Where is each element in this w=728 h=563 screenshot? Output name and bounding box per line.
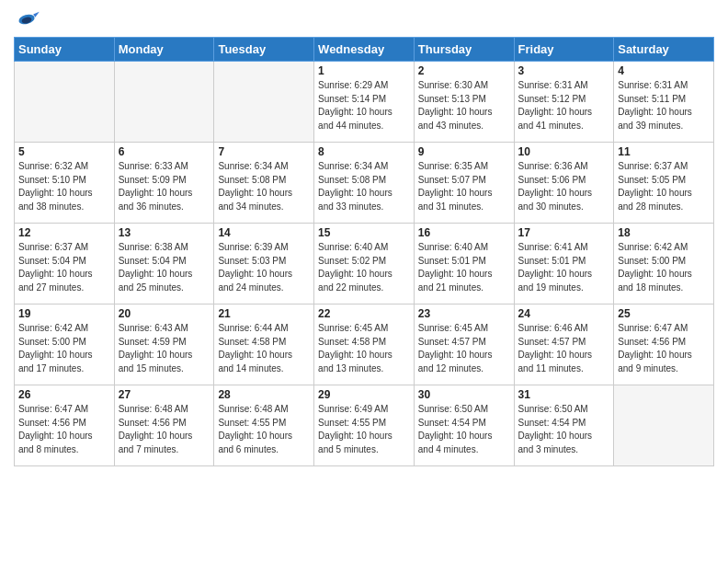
calendar-week-1: 1Sunrise: 6:29 AM Sunset: 5:14 PM Daylig… <box>15 62 714 143</box>
calendar-day: 29Sunrise: 6:49 AM Sunset: 4:55 PM Dayli… <box>314 385 415 466</box>
calendar-day: 6Sunrise: 6:33 AM Sunset: 5:09 PM Daylig… <box>114 143 214 224</box>
day-number: 2 <box>418 64 510 77</box>
calendar-week-2: 5Sunrise: 6:32 AM Sunset: 5:10 PM Daylig… <box>15 143 714 224</box>
calendar-day: 24Sunrise: 6:46 AM Sunset: 4:57 PM Dayli… <box>514 304 614 385</box>
day-info: Sunrise: 6:31 AM Sunset: 5:11 PM Dayligh… <box>618 79 710 132</box>
calendar-day <box>114 62 214 143</box>
day-info: Sunrise: 6:34 AM Sunset: 5:08 PM Dayligh… <box>218 160 310 213</box>
day-info: Sunrise: 6:36 AM Sunset: 5:06 PM Dayligh… <box>518 160 610 213</box>
day-info: Sunrise: 6:45 AM Sunset: 4:57 PM Dayligh… <box>418 322 510 375</box>
day-info: Sunrise: 6:50 AM Sunset: 4:54 PM Dayligh… <box>518 403 610 456</box>
calendar-day: 3Sunrise: 6:31 AM Sunset: 5:12 PM Daylig… <box>514 62 614 143</box>
calendar-day: 17Sunrise: 6:41 AM Sunset: 5:01 PM Dayli… <box>514 224 614 304</box>
day-info: Sunrise: 6:48 AM Sunset: 4:56 PM Dayligh… <box>119 403 210 456</box>
day-info: Sunrise: 6:46 AM Sunset: 4:57 PM Dayligh… <box>518 322 610 375</box>
day-info: Sunrise: 6:33 AM Sunset: 5:09 PM Dayligh… <box>119 160 210 213</box>
day-info: Sunrise: 6:39 AM Sunset: 5:03 PM Dayligh… <box>218 241 310 294</box>
calendar-day: 2Sunrise: 6:30 AM Sunset: 5:13 PM Daylig… <box>414 62 514 143</box>
calendar-week-4: 19Sunrise: 6:42 AM Sunset: 5:00 PM Dayli… <box>15 304 714 385</box>
calendar-day: 12Sunrise: 6:37 AM Sunset: 5:04 PM Dayli… <box>15 224 115 304</box>
day-info: Sunrise: 6:48 AM Sunset: 4:55 PM Dayligh… <box>218 403 310 456</box>
day-info: Sunrise: 6:30 AM Sunset: 5:13 PM Dayligh… <box>418 79 510 132</box>
day-info: Sunrise: 6:37 AM Sunset: 5:04 PM Dayligh… <box>18 241 110 294</box>
day-number: 11 <box>618 145 710 158</box>
day-info: Sunrise: 6:50 AM Sunset: 4:54 PM Dayligh… <box>418 403 510 456</box>
day-info: Sunrise: 6:32 AM Sunset: 5:10 PM Dayligh… <box>18 160 110 213</box>
calendar-day: 1Sunrise: 6:29 AM Sunset: 5:14 PM Daylig… <box>314 62 415 143</box>
calendar-day: 15Sunrise: 6:40 AM Sunset: 5:02 PM Dayli… <box>314 224 415 304</box>
calendar-day: 8Sunrise: 6:34 AM Sunset: 5:08 PM Daylig… <box>314 143 415 224</box>
day-info: Sunrise: 6:35 AM Sunset: 5:07 PM Dayligh… <box>418 160 510 213</box>
day-number: 26 <box>18 388 110 401</box>
day-info: Sunrise: 6:40 AM Sunset: 5:02 PM Dayligh… <box>318 241 410 294</box>
calendar-header-row: SundayMondayTuesdayWednesdayThursdayFrid… <box>15 38 714 62</box>
day-number: 28 <box>218 388 310 401</box>
column-header-thursday: Thursday <box>414 38 514 62</box>
day-number: 16 <box>418 226 510 239</box>
day-number: 1 <box>318 64 410 77</box>
day-info: Sunrise: 6:38 AM Sunset: 5:04 PM Dayligh… <box>119 241 210 294</box>
calendar-day: 10Sunrise: 6:36 AM Sunset: 5:06 PM Dayli… <box>514 143 614 224</box>
day-number: 10 <box>518 145 610 158</box>
column-header-saturday: Saturday <box>614 38 714 62</box>
column-header-wednesday: Wednesday <box>314 38 415 62</box>
calendar-day: 9Sunrise: 6:35 AM Sunset: 5:07 PM Daylig… <box>414 143 514 224</box>
logo-bird-icon <box>14 9 40 29</box>
calendar-day: 25Sunrise: 6:47 AM Sunset: 4:56 PM Dayli… <box>614 304 714 385</box>
day-number: 30 <box>418 388 510 401</box>
day-number: 31 <box>518 388 610 401</box>
day-number: 3 <box>518 64 610 77</box>
day-number: 8 <box>318 145 410 158</box>
day-info: Sunrise: 6:47 AM Sunset: 4:56 PM Dayligh… <box>18 403 110 456</box>
calendar-day <box>15 62 115 143</box>
calendar-day: 5Sunrise: 6:32 AM Sunset: 5:10 PM Daylig… <box>15 143 115 224</box>
day-info: Sunrise: 6:37 AM Sunset: 5:05 PM Dayligh… <box>618 160 710 213</box>
day-number: 13 <box>119 226 210 239</box>
calendar-day <box>214 62 314 143</box>
day-number: 7 <box>218 145 310 158</box>
calendar-day: 23Sunrise: 6:45 AM Sunset: 4:57 PM Dayli… <box>414 304 514 385</box>
day-info: Sunrise: 6:31 AM Sunset: 5:12 PM Dayligh… <box>518 79 610 132</box>
day-number: 27 <box>119 388 210 401</box>
day-number: 19 <box>18 307 110 320</box>
header <box>14 9 714 29</box>
day-info: Sunrise: 6:41 AM Sunset: 5:01 PM Dayligh… <box>518 241 610 294</box>
day-info: Sunrise: 6:29 AM Sunset: 5:14 PM Dayligh… <box>318 79 410 132</box>
day-number: 22 <box>318 307 410 320</box>
day-number: 25 <box>618 307 710 320</box>
calendar-day: 16Sunrise: 6:40 AM Sunset: 5:01 PM Dayli… <box>414 224 514 304</box>
day-number: 23 <box>418 307 510 320</box>
calendar-day: 21Sunrise: 6:44 AM Sunset: 4:58 PM Dayli… <box>214 304 314 385</box>
calendar-day: 27Sunrise: 6:48 AM Sunset: 4:56 PM Dayli… <box>114 385 214 466</box>
calendar-day: 4Sunrise: 6:31 AM Sunset: 5:11 PM Daylig… <box>614 62 714 143</box>
day-info: Sunrise: 6:42 AM Sunset: 5:00 PM Dayligh… <box>618 241 710 294</box>
calendar-day: 11Sunrise: 6:37 AM Sunset: 5:05 PM Dayli… <box>614 143 714 224</box>
calendar-day: 18Sunrise: 6:42 AM Sunset: 5:00 PM Dayli… <box>614 224 714 304</box>
day-number: 14 <box>218 226 310 239</box>
column-header-tuesday: Tuesday <box>214 38 314 62</box>
day-info: Sunrise: 6:44 AM Sunset: 4:58 PM Dayligh… <box>218 322 310 375</box>
calendar-day: 28Sunrise: 6:48 AM Sunset: 4:55 PM Dayli… <box>214 385 314 466</box>
day-info: Sunrise: 6:40 AM Sunset: 5:01 PM Dayligh… <box>418 241 510 294</box>
column-header-monday: Monday <box>114 38 214 62</box>
calendar-table: SundayMondayTuesdayWednesdayThursdayFrid… <box>14 37 714 466</box>
column-header-sunday: Sunday <box>15 38 115 62</box>
day-number: 15 <box>318 226 410 239</box>
calendar-day: 14Sunrise: 6:39 AM Sunset: 5:03 PM Dayli… <box>214 224 314 304</box>
calendar-day: 31Sunrise: 6:50 AM Sunset: 4:54 PM Dayli… <box>514 385 614 466</box>
day-info: Sunrise: 6:43 AM Sunset: 4:59 PM Dayligh… <box>119 322 210 375</box>
day-number: 18 <box>618 226 710 239</box>
day-info: Sunrise: 6:34 AM Sunset: 5:08 PM Dayligh… <box>318 160 410 213</box>
day-info: Sunrise: 6:45 AM Sunset: 4:58 PM Dayligh… <box>318 322 410 375</box>
logo <box>14 9 41 29</box>
day-number: 5 <box>18 145 110 158</box>
svg-marker-1 <box>33 12 40 17</box>
calendar-day: 30Sunrise: 6:50 AM Sunset: 4:54 PM Dayli… <box>414 385 514 466</box>
day-info: Sunrise: 6:49 AM Sunset: 4:55 PM Dayligh… <box>318 403 410 456</box>
day-info: Sunrise: 6:42 AM Sunset: 5:00 PM Dayligh… <box>18 322 110 375</box>
calendar-day: 26Sunrise: 6:47 AM Sunset: 4:56 PM Dayli… <box>15 385 115 466</box>
day-number: 9 <box>418 145 510 158</box>
day-number: 20 <box>119 307 210 320</box>
calendar-day: 13Sunrise: 6:38 AM Sunset: 5:04 PM Dayli… <box>114 224 214 304</box>
day-number: 4 <box>618 64 710 77</box>
